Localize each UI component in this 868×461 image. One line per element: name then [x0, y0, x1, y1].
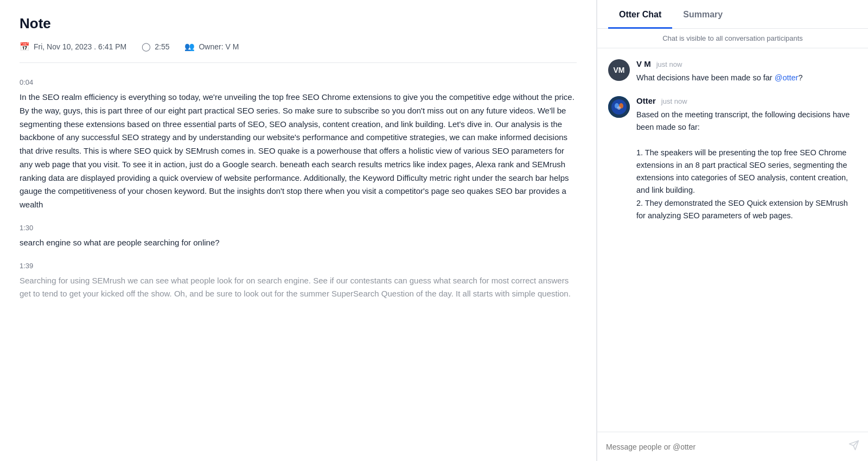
date-meta: 📅 Fri, Nov 10, 2023 . 6:41 PM — [20, 42, 126, 52]
timestamp-1: 1:30 — [20, 224, 577, 232]
owner-meta: 👥 Owner: V M — [184, 42, 239, 52]
transcript-text-0: In the SEO realm efficiency is everythin… — [20, 91, 577, 212]
tab-bar: Otter Chat Summary — [597, 0, 868, 29]
chat-visibility-note: Chat is visible to all conversation part… — [597, 29, 868, 48]
chat-message-0: VM V M just now What decisions have been… — [608, 59, 857, 84]
owner-icon: 👥 — [184, 42, 195, 52]
chat-messages: VM V M just now What decisions have been… — [597, 48, 868, 432]
mention-otter: @otter — [775, 73, 799, 82]
page-title: Note — [20, 15, 577, 32]
chat-message-1: Otter just now Based on the meeting tran… — [608, 96, 857, 222]
message-text-0: What decisions have been made so far @ot… — [636, 72, 857, 84]
sender-name-0: V M — [636, 59, 651, 68]
timestamp-0: 0:04 — [20, 78, 577, 86]
meta-bar: 📅 Fri, Nov 10, 2023 . 6:41 PM ◯ 2:55 👥 O… — [20, 42, 577, 63]
sender-name-1: Otter — [636, 96, 656, 105]
avatar-vm: VM — [608, 59, 630, 81]
message-content-0: V M just now What decisions have been ma… — [636, 59, 857, 84]
transcript-segment-2: 1:39 Searching for using SEMrush we can … — [20, 262, 577, 301]
avatar-otter — [608, 96, 630, 118]
owner-label: Owner: V M — [199, 42, 239, 51]
message-time-0: just now — [656, 60, 682, 68]
transcript-segment-0: 0:04 In the SEO realm efficiency is ever… — [20, 78, 577, 212]
date-label: Fri, Nov 10, 2023 . 6:41 PM — [34, 42, 126, 51]
transcript-segments: 0:04 In the SEO realm efficiency is ever… — [20, 78, 577, 301]
send-icon[interactable] — [848, 440, 859, 453]
svg-point-4 — [617, 106, 621, 110]
chat-input-bar — [597, 432, 868, 461]
clock-icon: ◯ — [142, 42, 151, 52]
message-time-1: just now — [661, 97, 687, 105]
calendar-icon: 📅 — [20, 42, 30, 52]
tab-otter-chat[interactable]: Otter Chat — [608, 0, 672, 29]
tab-summary[interactable]: Summary — [672, 0, 733, 29]
duration-meta: ◯ 2:55 — [142, 42, 169, 52]
message-text-1: Based on the meeting transcript, the fol… — [636, 109, 857, 222]
transcript-text-1: search engine so what are people searchi… — [20, 236, 577, 250]
transcript-panel: Note 📅 Fri, Nov 10, 2023 . 6:41 PM ◯ 2:5… — [0, 0, 597, 461]
avatar-initials: VM — [614, 66, 625, 74]
timestamp-2: 1:39 — [20, 262, 577, 270]
transcript-segment-1: 1:30 search engine so what are people se… — [20, 224, 577, 250]
duration-label: 2:55 — [155, 42, 169, 51]
transcript-text-2: Searching for using SEMrush we can see w… — [20, 274, 577, 301]
message-header-1: Otter just now — [636, 96, 857, 105]
message-header-0: V M just now — [636, 59, 857, 68]
message-content-1: Otter just now Based on the meeting tran… — [636, 96, 857, 222]
chat-input[interactable] — [606, 443, 843, 451]
right-panel: Otter Chat Summary Chat is visible to al… — [597, 0, 868, 461]
